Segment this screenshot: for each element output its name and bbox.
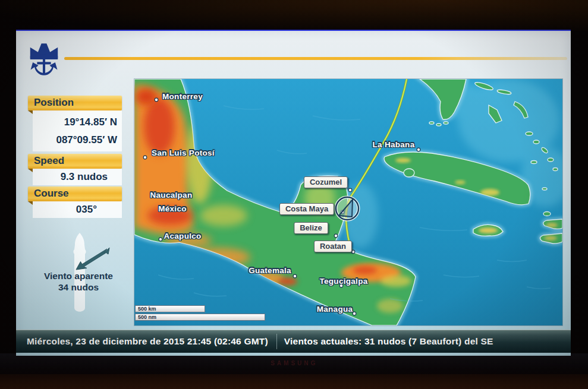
course-panel: 035° — [33, 201, 122, 218]
speed-panel-header: Speed — [28, 154, 122, 169]
city-label-acapulco: Acapulco — [163, 232, 201, 241]
city-label-monterrey: Monterrey — [162, 92, 203, 101]
apparent-wind-line2: 34 nudos — [24, 282, 133, 293]
apparent-wind-line1: Viento aparente — [24, 270, 133, 282]
port-label-cozumel: Cozumel — [304, 176, 348, 188]
status-bar-separator — [276, 334, 277, 349]
latitude-value: 19°14.85′ N — [33, 113, 122, 131]
course-panel-header: Course — [28, 186, 122, 201]
speed-banner-fold — [28, 169, 33, 172]
table-surface — [0, 374, 588, 389]
tv-screen: Position 19°14.85′ N 087°09.55′ W Speed … — [16, 30, 571, 356]
tv-photo-frame: SAMSUNG Position 19°14.85′ N 087°09.55′ … — [0, 0, 588, 389]
city-label-managua: Managua — [317, 305, 353, 314]
status-bar: Miércoles, 23 de diciembre de 2015 21:45… — [16, 330, 571, 353]
city-label-san-luis-potosi: San Luis Potosí — [152, 148, 215, 157]
port-label-roatan: Roatan — [314, 241, 352, 252]
map-terrain-graphic — [134, 79, 562, 325]
city-label-guatemala: Guatemala — [249, 266, 291, 275]
current-wind-text: Vientos actuales: 31 nudos (7 Beaufort) … — [284, 336, 493, 347]
course-value: 035° — [33, 201, 122, 218]
city-label-tegucigalpa: Tegucigalpa — [319, 277, 367, 286]
position-panel: 19°14.85′ N 087°09.55′ W — [33, 110, 122, 151]
header-divider-line — [64, 57, 567, 60]
city-label-naucalpan: Naucalpan — [150, 191, 193, 200]
wind-direction-arrow — [73, 246, 112, 273]
city-label-mexico: México — [158, 204, 187, 213]
apparent-wind-label: Viento aparente 34 nudos — [24, 270, 133, 293]
city-label-la-habana: La Habana — [373, 140, 415, 149]
tv-brand-logo: SAMSUNG — [262, 360, 327, 366]
scale-bar-km: 500 km — [135, 305, 205, 312]
port-label-costa-maya: Costa Maya — [279, 203, 334, 215]
course-banner-fold — [28, 201, 33, 205]
datetime-text: Miércoles, 23 de diciembre de 2015 21:45… — [16, 336, 268, 347]
position-panel-header: Position — [28, 96, 122, 110]
longitude-value: 087°09.55′ W — [33, 131, 122, 149]
ship-position-marker — [336, 197, 359, 220]
crown-anchor-logo — [27, 40, 61, 78]
port-label-belize: Belize — [294, 222, 328, 234]
speed-value: 9.3 nudos — [33, 169, 122, 185]
scale-bar-nm: 500 nm — [135, 314, 265, 321]
speed-panel: 9.3 nudos — [33, 169, 122, 185]
position-banner-fold — [28, 110, 33, 114]
nautical-map: Monterrey San Luis Potosí Naucalpan Méxi… — [134, 78, 563, 326]
tv-bezel-top — [0, 0, 588, 31]
